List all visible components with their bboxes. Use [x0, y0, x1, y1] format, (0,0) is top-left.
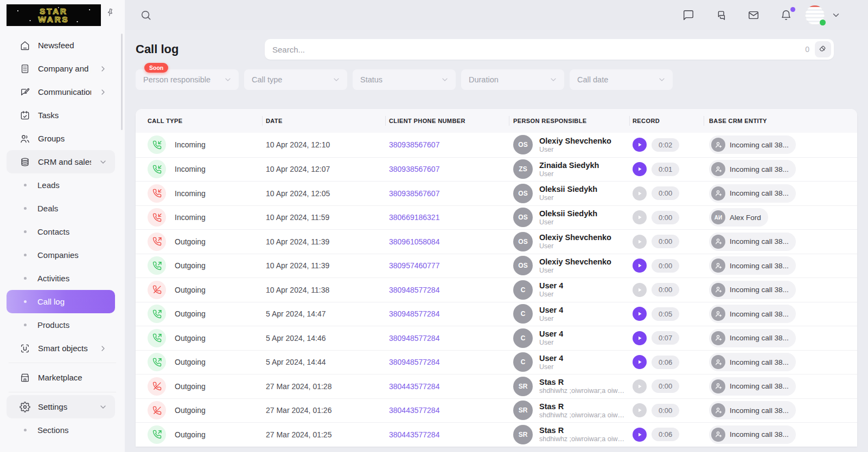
record-duration: 0:00	[652, 379, 679, 393]
table-row[interactable]: Outgoing 27 Mar 2024, 01:26 380443577284…	[136, 398, 857, 423]
play-record-button[interactable]	[633, 186, 647, 201]
base-crm-entity-chip[interactable]: АИ Alex Ford	[709, 208, 768, 227]
sidebar-item-groups[interactable]: Groups	[7, 127, 115, 150]
table-row[interactable]: Outgoing 27 Mar 2024, 01:25 380443577284…	[136, 422, 857, 447]
play-record-button[interactable]	[633, 379, 647, 393]
sidebar-item-company-and-pe[interactable]: Company and pe...	[7, 57, 115, 80]
sidebar-item-communication-c[interactable]: Communication c...	[7, 80, 115, 104]
base-crm-entity-chip[interactable]: Incoming call 38...	[709, 184, 796, 203]
contact-add-icon	[711, 283, 725, 297]
sidebar-item-tasks[interactable]: Tasks	[7, 104, 115, 127]
play-record-button[interactable]	[633, 403, 647, 417]
base-crm-entity-chip[interactable]: Incoming call 38...	[709, 377, 796, 396]
client-phone-link[interactable]: 380948577284	[389, 286, 439, 294]
chat-icon[interactable]	[682, 9, 694, 21]
sidebar-item-leads[interactable]: Leads	[7, 173, 115, 197]
client-phone-link[interactable]: 380961058084	[389, 237, 439, 246]
person-name: Stas R	[539, 426, 626, 435]
table-row[interactable]: Incoming 10 Apr 2024, 11:59 380669186321…	[136, 205, 857, 230]
play-record-button[interactable]	[633, 162, 647, 176]
base-crm-entity-chip[interactable]: Incoming call 38...	[709, 160, 796, 178]
play-record-button[interactable]	[633, 138, 647, 152]
table-row[interactable]: Outgoing 5 Apr 2024, 14:46 380948577284 …	[136, 326, 857, 350]
sidebar-item-smart-objects[interactable]: Smart objects	[7, 337, 115, 360]
play-record-button[interactable]	[633, 355, 647, 369]
client-phone-link[interactable]: 380957460777	[389, 261, 439, 270]
person-name: Zinaida Siedykh	[539, 161, 599, 170]
sidebar-item-deals[interactable]: Deals	[7, 197, 115, 220]
filter-call-date[interactable]: Call date	[570, 69, 673, 90]
bell-icon[interactable]	[780, 9, 792, 21]
profile-chevron-down-icon[interactable]	[831, 10, 841, 20]
star-wars-logo[interactable]: STAR WARS	[7, 4, 101, 26]
base-crm-entity-chip[interactable]: Incoming call 38...	[709, 135, 796, 154]
play-record-button[interactable]	[633, 235, 647, 249]
sidebar-item-call-log[interactable]: Call log	[7, 290, 115, 313]
base-crm-entity-chip[interactable]: Incoming call 38...	[709, 353, 796, 371]
play-record-button[interactable]	[633, 283, 647, 297]
entity-label: Incoming call 38...	[730, 165, 789, 173]
sidebar-item-marketplace[interactable]: Marketplace	[7, 366, 115, 389]
home-icon	[20, 40, 30, 51]
table-row[interactable]: Outgoing 27 Mar 2024, 01:28 380443577284…	[136, 374, 857, 398]
client-phone-link[interactable]: 380948577284	[389, 358, 439, 366]
filter-person-responsible[interactable]: SoonPerson responsible	[136, 69, 239, 90]
table-row[interactable]: Outgoing 10 Apr 2024, 11:38 380948577284…	[136, 277, 857, 302]
user-avatar[interactable]	[805, 5, 825, 25]
play-record-button[interactable]	[633, 259, 647, 273]
table-row[interactable]: Incoming 10 Apr 2024, 12:10 380938567607…	[136, 133, 857, 157]
entity-label: Incoming call 38...	[730, 358, 789, 366]
base-crm-entity-chip[interactable]: Incoming call 38...	[709, 329, 796, 347]
client-phone-link[interactable]: 380948577284	[389, 309, 439, 318]
sidebar-item-activities[interactable]: Activities	[7, 267, 115, 290]
column-header-person-responsible: PERSON RESPONSIBLE	[509, 118, 629, 124]
sidebar-item-newsfeed[interactable]: Newsfeed	[7, 34, 115, 57]
call-type-label: Outgoing	[175, 309, 206, 318]
base-crm-entity-chip[interactable]: Incoming call 38...	[709, 281, 796, 299]
client-phone-link[interactable]: 380443577284	[389, 406, 439, 415]
sidebar-item-contacts[interactable]: Contacts	[7, 220, 115, 243]
clear-search-button[interactable]	[815, 41, 831, 57]
pin-sidebar-icon[interactable]	[105, 8, 115, 17]
client-phone-link[interactable]: 380938567607	[389, 140, 439, 149]
play-record-button[interactable]	[633, 307, 647, 321]
mail-icon[interactable]	[748, 9, 760, 21]
play-record-button[interactable]	[633, 428, 647, 442]
sidebar-item-products[interactable]: Products	[7, 313, 115, 337]
base-crm-entity-chip[interactable]: Incoming call 38...	[709, 425, 796, 444]
client-phone-link[interactable]: 380938567607	[389, 189, 439, 198]
play-record-button[interactable]	[633, 210, 647, 224]
table-row[interactable]: Outgoing 5 Apr 2024, 14:47 380948577284 …	[136, 302, 857, 326]
sidebar-item-sections[interactable]: Sections	[7, 418, 115, 442]
play-record-button[interactable]	[633, 331, 647, 345]
chat-double-icon[interactable]	[715, 9, 727, 21]
base-crm-entity-chip[interactable]: Incoming call 38...	[709, 401, 796, 419]
global-search-icon[interactable]	[140, 9, 152, 21]
base-crm-entity-chip[interactable]: Incoming call 38...	[709, 256, 796, 275]
client-phone-link[interactable]: 380443577284	[389, 382, 439, 391]
sidebar-scrollbar[interactable]	[121, 34, 123, 130]
client-phone-link[interactable]: 380443577284	[389, 430, 439, 439]
filter-status[interactable]: Status	[353, 69, 456, 90]
table-row[interactable]: Outgoing 5 Apr 2024, 14:44 380948577284 …	[136, 350, 857, 374]
sidebar-item-crm-and-sales[interactable]: CRM and sales	[7, 150, 115, 173]
client-phone-link[interactable]: 380669186321	[389, 213, 439, 222]
filter-duration[interactable]: Duration	[461, 69, 564, 90]
record-duration: 0:00	[652, 186, 679, 200]
table-row[interactable]: Incoming 10 Apr 2024, 12:07 380938567607…	[136, 157, 857, 182]
sidebar-item-label: Products	[37, 320, 69, 330]
entity-label: Incoming call 38...	[730, 262, 789, 270]
sidebar-item-settings[interactable]: Settings	[7, 395, 115, 418]
search-input[interactable]	[272, 45, 805, 54]
table-row[interactable]: Incoming 10 Apr 2024, 12:05 380938567607…	[136, 181, 857, 205]
client-phone-link[interactable]: 380938567607	[389, 165, 439, 173]
sidebar-divider	[9, 363, 116, 363]
table-row[interactable]: Outgoing 10 Apr 2024, 11:39 380961058084…	[136, 229, 857, 254]
table-row[interactable]: Outgoing 10 Apr 2024, 11:39 380957460777…	[136, 254, 857, 278]
client-phone-link[interactable]: 380948577284	[389, 334, 439, 343]
base-crm-entity-chip[interactable]: Incoming call 38...	[709, 233, 796, 251]
filter-call-type[interactable]: Call type	[244, 69, 347, 90]
base-crm-entity-chip[interactable]: Incoming call 38...	[709, 305, 796, 323]
sidebar-item-companies[interactable]: Companies	[7, 243, 115, 267]
record-duration: 0:07	[652, 331, 679, 345]
